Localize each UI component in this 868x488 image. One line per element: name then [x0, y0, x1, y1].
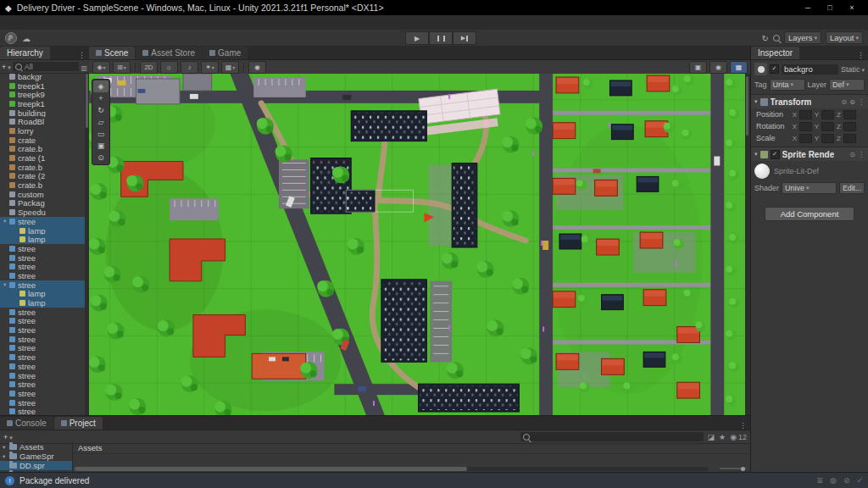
shader-dropdown[interactable]: Unive — [782, 182, 837, 194]
scale-tool-button[interactable] — [93, 116, 108, 128]
hierarchy-item[interactable]: backgr — [0, 72, 85, 81]
hierarchy-item[interactable]: crate.b — [0, 145, 85, 154]
undo-history-icon[interactable] — [762, 33, 769, 43]
component-more-icon[interactable] — [858, 98, 865, 106]
active-checkbox[interactable] — [770, 64, 779, 74]
play-button[interactable] — [405, 31, 429, 45]
shader-edit-button[interactable]: Edit... — [839, 182, 865, 194]
hierarchy-create-button[interactable]: + — [2, 63, 11, 71]
status-message[interactable]: Package delivered — [19, 476, 89, 485]
hierarchy-item[interactable]: stree — [0, 253, 85, 263]
account-icon[interactable] — [5, 32, 17, 44]
tab-inspector[interactable]: Inspector — [751, 47, 799, 59]
hierarchy-filter-icon[interactable] — [81, 62, 87, 72]
view-tab[interactable]: Game — [203, 47, 248, 59]
effects-dropdown[interactable] — [201, 61, 219, 74]
add-component-button[interactable]: Add Component — [765, 207, 854, 221]
project-content-area[interactable]: Assets — [73, 442, 750, 473]
folder-item[interactable]: DD.spr — [0, 461, 72, 470]
sprite-renderer-header[interactable]: ▾ Sprite Rende — [751, 147, 868, 161]
hierarchy-item[interactable]: stree — [0, 244, 85, 253]
tool-settings-dropdown[interactable] — [92, 61, 110, 74]
folder-item[interactable]: ▾ GameSpr — [0, 452, 72, 461]
hierarchy-item[interactable]: crate (1 — [0, 153, 85, 163]
pause-button[interactable] — [429, 31, 453, 45]
gizmos-dropdown[interactable] — [709, 61, 727, 74]
rotate-tool-button[interactable] — [93, 104, 108, 116]
mode-2d-toggle[interactable]: 2D — [140, 61, 158, 74]
hierarchy-item[interactable]: stree — [0, 335, 85, 344]
hierarchy-item[interactable]: crate — [0, 136, 85, 145]
search-icon[interactable] — [773, 35, 780, 42]
y-field[interactable] — [821, 110, 834, 119]
hierarchy-item[interactable]: lamp — [0, 226, 85, 236]
hierarchy-item[interactable]: treepk9 — [0, 90, 85, 99]
hierarchy-item[interactable]: stree — [0, 271, 85, 280]
x-field[interactable] — [799, 134, 812, 143]
cloud-services-icon[interactable] — [22, 33, 31, 43]
layers-dropdown[interactable]: Layers — [784, 31, 821, 44]
hierarchy-item[interactable]: stree — [0, 362, 85, 371]
autosave-status-icon[interactable] — [856, 476, 863, 485]
layer-dropdown[interactable]: Def — [829, 79, 865, 91]
hierarchy-item[interactable]: lorry — [0, 126, 85, 136]
hierarchy-search-input[interactable]: All — [13, 62, 80, 71]
horizontal-scrollbar[interactable] — [75, 467, 708, 471]
maximize-button[interactable]: □ — [819, 0, 841, 15]
hierarchy-item[interactable]: Speedu — [0, 208, 85, 217]
hierarchy-item[interactable]: treepk1 — [0, 99, 85, 108]
help-icon[interactable] — [849, 151, 855, 158]
bottom-tab[interactable]: Project — [54, 417, 103, 430]
custom-tool-button[interactable] — [93, 152, 108, 164]
hierarchy-item[interactable]: stree — [0, 317, 85, 326]
asset-pack-icon[interactable] — [708, 433, 715, 441]
scene-viewport[interactable] — [89, 74, 745, 415]
hierarchy-item[interactable]: lamp — [0, 290, 85, 299]
tag-dropdown[interactable]: Unta — [770, 79, 805, 91]
hierarchy-item[interactable]: stree — [0, 262, 85, 271]
inspector-more-icon[interactable] — [854, 51, 868, 59]
hierarchy-item[interactable]: stree — [0, 398, 85, 408]
grid-snap-dropdown[interactable] — [113, 61, 131, 74]
step-button[interactable] — [453, 31, 476, 45]
hierarchy-item[interactable]: custom — [0, 190, 85, 199]
scene-visibility-toggle[interactable] — [248, 61, 266, 74]
grid-visibility-dropdown[interactable] — [221, 61, 239, 74]
scene-audio-toggle[interactable] — [181, 61, 198, 74]
scene-map[interactable] — [89, 74, 745, 415]
y-field[interactable] — [821, 134, 834, 143]
cache-server-icon[interactable] — [830, 476, 837, 485]
info-icon[interactable] — [5, 476, 14, 485]
hierarchy-item[interactable]: Packag — [0, 199, 85, 208]
hierarchy-item[interactable]: crate.b — [0, 163, 85, 172]
y-field[interactable] — [821, 122, 834, 131]
close-button[interactable]: × — [841, 0, 863, 15]
hierarchy-item[interactable]: crate.b — [0, 180, 85, 190]
object-name-field[interactable]: backgro — [782, 64, 838, 75]
view-tab[interactable]: Asset Store — [136, 47, 202, 59]
scene-lighting-toggle[interactable] — [160, 61, 178, 74]
hierarchy-item[interactable]: treepk1 — [0, 81, 85, 91]
sprite-renderer-enabled-checkbox[interactable] — [771, 150, 780, 159]
hierarchy-item[interactable]: ▾ stree — [0, 280, 85, 290]
project-create-button[interactable]: + — [3, 433, 13, 441]
z-field[interactable] — [843, 110, 856, 119]
move-tool-button[interactable] — [93, 92, 108, 104]
layout-dropdown[interactable]: Layout — [826, 31, 863, 44]
hierarchy-item[interactable]: stree — [0, 380, 85, 389]
material-preview-sphere[interactable] — [754, 164, 770, 179]
hierarchy-item[interactable]: ▾ stree — [0, 217, 85, 226]
rect-tool-button[interactable] — [93, 128, 108, 140]
component-more-icon[interactable] — [858, 151, 865, 158]
hierarchy-item[interactable]: RoadBl — [0, 117, 85, 126]
view-tool-button[interactable] — [93, 80, 108, 92]
view-tab[interactable]: Scene — [89, 47, 135, 59]
hierarchy-item[interactable]: lamp — [0, 298, 85, 308]
hierarchy-item[interactable]: building — [0, 108, 85, 118]
folder-item[interactable]: ▾ Assets — [0, 442, 72, 452]
thumbnail-zoom-slider[interactable] — [720, 466, 745, 471]
hierarchy-item[interactable]: stree — [0, 325, 85, 335]
hierarchy-item[interactable]: stree — [0, 371, 85, 380]
project-more-icon[interactable] — [736, 421, 750, 430]
project-search-input[interactable] — [520, 432, 704, 441]
